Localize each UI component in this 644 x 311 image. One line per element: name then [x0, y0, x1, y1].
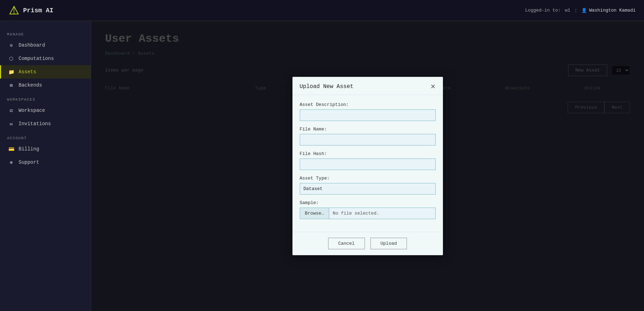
username: Washington Kamadi [589, 8, 636, 13]
user-icon: 👤 [581, 8, 587, 13]
logged-in-label: Logged-in to: [525, 8, 561, 13]
sidebar-item-label: Computations [19, 56, 54, 61]
sidebar-item-assets[interactable]: 📁 Assets [0, 65, 91, 79]
sidebar-item-label: Support [19, 160, 39, 165]
logo-icon [8, 5, 20, 16]
sidebar-item-label: Workspace [19, 108, 45, 113]
description-input[interactable] [300, 109, 436, 121]
sidebar-item-label: Billing [19, 146, 39, 152]
modal-body: Asset Description: File Name: File Hash: [293, 95, 443, 232]
filename-label: File Name: [300, 127, 436, 132]
assettype-label: Asset Type: [300, 176, 436, 181]
form-group-assettype: Asset Type: [300, 176, 436, 195]
file-name-display: No file selected. [329, 208, 435, 219]
user-info: 👤 Washington Kamadi [581, 8, 636, 13]
sidebar-item-label: Dashboard [19, 42, 45, 48]
workspace-icon: ⊡ [8, 107, 14, 114]
modal-overlay: Upload New Asset ✕ Asset Description: Fi… [91, 21, 644, 311]
filehash-label: File Hash: [300, 151, 436, 156]
browse-button[interactable]: Browse… [300, 208, 330, 219]
content-area: User Assets Dashboard / Assets Items per… [91, 21, 644, 311]
upload-button[interactable]: Upload [371, 238, 407, 249]
form-group-sample: Sample: Browse… No file selected. [300, 200, 436, 219]
main-layout: MANAGE ⊙ Dashboard ⬡ Computations 📁 Asse… [0, 21, 644, 311]
sidebar-item-computations[interactable]: ⬡ Computations [0, 52, 91, 65]
modal-close-button[interactable]: ✕ [430, 83, 436, 90]
header-user-info: Logged-in to: w1 | 👤 Washington Kamadi [525, 8, 636, 13]
filehash-input[interactable] [300, 158, 436, 170]
assets-icon: 📁 [8, 69, 14, 75]
form-group-filehash: File Hash: [300, 151, 436, 170]
logo: Prism AI [8, 5, 53, 16]
cancel-button[interactable]: Cancel [328, 238, 365, 249]
file-input-row: Browse… No file selected. [300, 208, 436, 219]
computations-icon: ⬡ [8, 55, 14, 62]
modal-title: Upload New Asset [300, 83, 354, 90]
sidebar-item-label: Invitations [19, 121, 51, 127]
modal-header: Upload New Asset ✕ [293, 77, 443, 95]
sidebar-item-invitations[interactable]: ✉ Invitations [0, 117, 91, 130]
workspace-id: w1 [565, 8, 570, 13]
sidebar-item-workspace[interactable]: ⊡ Workspace [0, 104, 91, 117]
form-group-description: Asset Description: [300, 102, 436, 121]
dashboard-icon: ⊙ [8, 42, 14, 48]
sidebar-section-account: ACCOUNT [0, 130, 91, 142]
sidebar-item-label: Backends [19, 82, 42, 88]
support-icon: ⊕ [8, 159, 14, 165]
sidebar-item-dashboard[interactable]: ⊙ Dashboard [0, 39, 91, 52]
header-divider: | [575, 8, 577, 13]
billing-icon: 💳 [8, 146, 14, 152]
description-label: Asset Description: [300, 102, 436, 107]
sidebar-item-label: Assets [19, 69, 36, 75]
sample-label: Sample: [300, 200, 436, 205]
app-name: Prism AI [23, 7, 53, 14]
sidebar-item-support[interactable]: ⊕ Support [0, 156, 91, 169]
sidebar-item-billing[interactable]: 💳 Billing [0, 142, 91, 156]
sidebar-section-workspaces: WORKSPACES [0, 92, 91, 104]
upload-modal: Upload New Asset ✕ Asset Description: Fi… [292, 77, 443, 255]
sidebar-section-manage: MANAGE [0, 27, 91, 39]
modal-footer: Cancel Upload [293, 232, 443, 255]
invitations-icon: ✉ [8, 121, 14, 127]
backends-icon: ⊞ [8, 82, 14, 88]
app-header: Prism AI Logged-in to: w1 | 👤 Washington… [0, 0, 644, 21]
sidebar: MANAGE ⊙ Dashboard ⬡ Computations 📁 Asse… [0, 21, 91, 311]
filename-input[interactable] [300, 134, 436, 146]
assettype-input[interactable] [300, 183, 436, 195]
sidebar-item-backends[interactable]: ⊞ Backends [0, 79, 91, 92]
form-group-filename: File Name: [300, 127, 436, 146]
